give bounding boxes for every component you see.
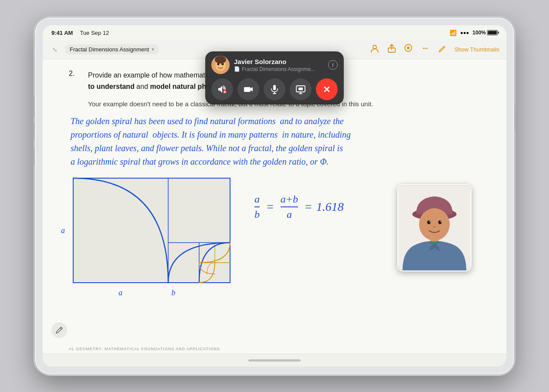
svg-rect-33 xyxy=(298,88,303,90)
battery-fill xyxy=(488,31,497,34)
collapse-button[interactable]: ⤡ xyxy=(50,44,60,55)
svg-point-6 xyxy=(426,48,427,49)
facetime-panel: Javier Solorzano 📄 Fractal Dimensions As… xyxy=(205,51,344,105)
pencil-button[interactable] xyxy=(51,322,67,338)
volume-down-button[interactable] xyxy=(33,148,35,166)
mute-button[interactable] xyxy=(264,78,285,100)
svg-point-5 xyxy=(424,48,426,49)
math-equation: a b = a+b a = 1.618 xyxy=(252,191,344,221)
share-icon[interactable] xyxy=(387,44,396,55)
question-number: 2. xyxy=(69,70,79,92)
status-date: Tue Sep 12 xyxy=(80,30,109,36)
info-icon: i xyxy=(332,62,333,68)
video-person-view xyxy=(398,185,471,270)
doc-icon: 📄 xyxy=(234,66,240,72)
status-bar: 9:41 AM Tue Sep 12 📶 ●●● 100% xyxy=(43,25,506,40)
svg-point-4 xyxy=(423,48,424,49)
phi-value: 1.618 xyxy=(316,199,344,214)
facetime-info-button[interactable]: i xyxy=(328,60,338,70)
camera-button[interactable] xyxy=(237,78,259,100)
status-right: 📶 ●●● 100% xyxy=(450,30,498,36)
label-a-left: a xyxy=(61,226,65,235)
home-bar xyxy=(43,354,506,367)
svg-point-19 xyxy=(440,221,441,223)
equals-1: = xyxy=(267,199,274,214)
page-footer: AL GEOMETRY: MATHEMATICAL FOUNDATIONS AN… xyxy=(69,347,220,351)
toolbar-right-icons: Show Thumbnails xyxy=(370,44,499,55)
label-a-bottom: a xyxy=(119,288,122,297)
svg-rect-28 xyxy=(244,87,251,92)
facetime-doc-preview: 📄 Fractal Dimensions Assignme... xyxy=(234,66,324,72)
handwritten-text: The golden spiral has been used to find … xyxy=(71,115,478,169)
battery-indicator: 100% xyxy=(472,30,498,36)
svg-point-20 xyxy=(433,226,436,228)
screen-share-button[interactable] xyxy=(290,78,312,100)
svg-point-18 xyxy=(429,221,430,223)
highlight-icon[interactable] xyxy=(404,44,413,55)
equals-2: = xyxy=(305,199,312,214)
document-name-button[interactable]: Fractal Dimensions Assignment ▾ xyxy=(65,44,159,54)
person-icon[interactable] xyxy=(370,44,380,55)
person-illustration xyxy=(398,184,471,271)
svg-point-26 xyxy=(215,56,226,64)
svg-rect-7 xyxy=(73,178,230,283)
edit-icon[interactable] xyxy=(438,44,447,55)
status-time: 9:41 AM xyxy=(51,30,73,36)
document-title: Fractal Dimensions Assignment xyxy=(70,46,149,53)
wifi-icon: 📶 xyxy=(450,30,457,36)
pencil-icon xyxy=(55,326,64,335)
fraction-a-plus-b-a: a+b a xyxy=(281,193,298,221)
battery-percent: 100% xyxy=(472,30,486,36)
speaker-button[interactable] xyxy=(211,78,233,100)
volume-up-button[interactable] xyxy=(33,122,35,139)
drawing-section: a xyxy=(69,174,480,287)
svg-point-0 xyxy=(373,45,376,49)
comment-icon[interactable] xyxy=(420,44,430,55)
handwritten-answer: The golden spiral has been used to find … xyxy=(69,115,480,169)
facetime-video-thumbnail xyxy=(397,184,471,271)
svg-point-17 xyxy=(438,220,442,224)
svg-rect-29 xyxy=(273,85,276,90)
facetime-controls xyxy=(211,78,338,100)
facetime-overlay: Javier Solorzano 📄 Fractal Dimensions As… xyxy=(205,51,344,105)
fraction-a-b: a b xyxy=(254,193,260,221)
dropdown-icon: ▾ xyxy=(152,47,154,52)
facetime-user-info: Javier Solorzano 📄 Fractal Dimensions As… xyxy=(234,58,324,72)
doc-preview-text: Fractal Dimensions Assignme... xyxy=(242,66,315,72)
svg-point-15 xyxy=(419,208,450,240)
facetime-header: Javier Solorzano 📄 Fractal Dimensions As… xyxy=(211,56,338,74)
facetime-user-name: Javier Solorzano xyxy=(234,58,324,65)
label-b-bottom: b xyxy=(172,288,176,297)
golden-spiral-diagram: a xyxy=(69,174,234,287)
svg-point-3 xyxy=(407,47,410,49)
power-button[interactable] xyxy=(514,105,516,131)
svg-point-16 xyxy=(427,220,430,224)
battery-bar xyxy=(487,30,498,35)
spiral-svg xyxy=(69,174,234,287)
show-thumbnails-button[interactable]: Show Thumbnails xyxy=(454,46,499,53)
facetime-avatar xyxy=(211,56,230,74)
end-call-button[interactable] xyxy=(316,78,338,100)
home-indicator[interactable] xyxy=(248,359,301,362)
signal-icon: ●●● xyxy=(460,30,469,35)
collapse-icon: ⤡ xyxy=(52,46,58,53)
ipad-device: 9:41 AM Tue Sep 12 📶 ●●● 100% ⤡ Fracta xyxy=(35,17,514,375)
